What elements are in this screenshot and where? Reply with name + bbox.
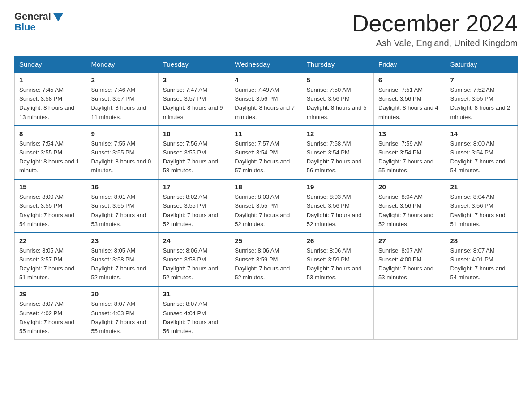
sunrise-label: Sunrise: 7:45 AM (19, 86, 64, 93)
sunset-label: Sunset: 3:57 PM (19, 256, 62, 263)
day-number: 16 (91, 183, 153, 191)
sunrise-label: Sunrise: 7:52 AM (450, 86, 495, 93)
daylight-label: Daylight: 7 hours and 53 minutes. (378, 265, 433, 281)
sunset-label: Sunset: 3:55 PM (235, 202, 278, 209)
day-number: 14 (450, 130, 513, 137)
calendar-day-cell: 16 Sunrise: 8:01 AM Sunset: 3:55 PM Dayl… (86, 179, 158, 233)
sunrise-label: Sunrise: 7:58 AM (307, 140, 351, 147)
day-number: 28 (450, 237, 513, 244)
header-thursday: Thursday (302, 57, 373, 73)
calendar-week-row: 8 Sunrise: 7:54 AM Sunset: 3:55 PM Dayli… (15, 126, 518, 180)
day-number: 23 (91, 237, 153, 244)
day-info: Sunrise: 7:51 AM Sunset: 3:56 PM Dayligh… (378, 86, 441, 122)
calendar-day-cell: 19 Sunrise: 8:03 AM Sunset: 3:56 PM Dayl… (302, 179, 373, 233)
header-monday: Monday (86, 57, 158, 73)
calendar-day-cell: 25 Sunrise: 8:06 AM Sunset: 3:59 PM Dayl… (230, 233, 302, 287)
daylight-label: Daylight: 7 hours and 57 minutes. (235, 158, 290, 174)
daylight-label: Daylight: 7 hours and 51 minutes. (450, 212, 506, 227)
daylight-label: Daylight: 7 hours and 52 minutes. (163, 265, 218, 281)
sunrise-label: Sunrise: 8:03 AM (235, 193, 279, 200)
day-info: Sunrise: 7:49 AM Sunset: 3:56 PM Dayligh… (235, 86, 297, 122)
day-info: Sunrise: 8:06 AM Sunset: 3:59 PM Dayligh… (307, 246, 369, 283)
calendar-day-cell: 11 Sunrise: 7:57 AM Sunset: 3:54 PM Dayl… (230, 126, 302, 180)
sunset-label: Sunset: 3:56 PM (235, 95, 278, 102)
day-number: 30 (91, 290, 153, 298)
sunrise-label: Sunrise: 8:05 AM (91, 247, 135, 254)
day-info: Sunrise: 8:01 AM Sunset: 3:55 PM Dayligh… (91, 193, 153, 229)
day-info: Sunrise: 7:52 AM Sunset: 3:55 PM Dayligh… (450, 86, 513, 122)
sunset-label: Sunset: 4:00 PM (378, 256, 421, 263)
day-info: Sunrise: 7:57 AM Sunset: 3:54 PM Dayligh… (235, 139, 297, 176)
day-number: 17 (163, 183, 225, 191)
day-number: 9 (91, 130, 153, 137)
day-info: Sunrise: 7:58 AM Sunset: 3:54 PM Dayligh… (307, 139, 369, 176)
sunset-label: Sunset: 3:56 PM (307, 95, 350, 102)
calendar-day-cell: 14 Sunrise: 8:00 AM Sunset: 3:54 PM Dayl… (446, 126, 517, 180)
day-number: 8 (19, 130, 82, 137)
daylight-label: Daylight: 8 hours and 4 minutes. (378, 104, 438, 120)
calendar-day-cell: 27 Sunrise: 8:07 AM Sunset: 4:00 PM Dayl… (374, 233, 446, 287)
header-wednesday: Wednesday (230, 57, 302, 73)
daylight-label: Daylight: 7 hours and 51 minutes. (19, 265, 74, 281)
sunset-label: Sunset: 3:54 PM (378, 149, 421, 156)
day-info: Sunrise: 7:47 AM Sunset: 3:57 PM Dayligh… (163, 86, 225, 122)
sunset-label: Sunset: 3:55 PM (91, 149, 134, 156)
logo-blue-text: Blue (14, 21, 36, 33)
daylight-label: Daylight: 7 hours and 58 minutes. (163, 158, 218, 174)
daylight-label: Daylight: 8 hours and 7 minutes. (235, 104, 295, 120)
day-info: Sunrise: 7:50 AM Sunset: 3:56 PM Dayligh… (307, 86, 369, 122)
daylight-label: Daylight: 8 hours and 2 minutes. (450, 104, 511, 120)
day-number: 26 (307, 237, 369, 244)
calendar-day-cell: 28 Sunrise: 8:07 AM Sunset: 4:01 PM Dayl… (446, 233, 517, 287)
sunrise-label: Sunrise: 7:49 AM (235, 86, 279, 93)
calendar-day-cell: 31 Sunrise: 8:07 AM Sunset: 4:04 PM Dayl… (158, 286, 230, 339)
calendar-day-cell: 26 Sunrise: 8:06 AM Sunset: 3:59 PM Dayl… (302, 233, 373, 287)
daylight-label: Daylight: 7 hours and 52 minutes. (91, 265, 146, 281)
daylight-label: Daylight: 7 hours and 52 minutes. (235, 212, 290, 227)
day-info: Sunrise: 8:02 AM Sunset: 3:55 PM Dayligh… (163, 193, 225, 229)
day-number: 2 (91, 76, 153, 84)
sunrise-label: Sunrise: 8:04 AM (378, 193, 423, 200)
day-number: 10 (163, 130, 225, 137)
calendar-day-cell: 24 Sunrise: 8:06 AM Sunset: 3:58 PM Dayl… (158, 233, 230, 287)
sunrise-label: Sunrise: 8:05 AM (19, 247, 64, 254)
daylight-label: Daylight: 7 hours and 54 minutes. (450, 158, 506, 174)
sunrise-label: Sunrise: 8:07 AM (163, 300, 207, 307)
calendar-day-cell (302, 286, 373, 339)
calendar-day-cell: 15 Sunrise: 8:00 AM Sunset: 3:55 PM Dayl… (15, 179, 86, 233)
sunset-label: Sunset: 3:57 PM (163, 95, 206, 102)
day-info: Sunrise: 7:46 AM Sunset: 3:57 PM Dayligh… (91, 86, 153, 122)
sunrise-label: Sunrise: 7:54 AM (19, 140, 64, 147)
sunrise-label: Sunrise: 8:07 AM (450, 247, 495, 254)
sunset-label: Sunset: 3:56 PM (378, 202, 421, 209)
day-number: 20 (378, 183, 441, 191)
sunrise-label: Sunrise: 8:03 AM (307, 193, 351, 200)
day-number: 7 (450, 76, 513, 84)
day-info: Sunrise: 8:07 AM Sunset: 4:03 PM Dayligh… (91, 300, 153, 336)
sunset-label: Sunset: 4:01 PM (450, 256, 493, 263)
day-number: 21 (450, 183, 513, 191)
calendar-day-cell (374, 286, 446, 339)
daylight-label: Daylight: 8 hours and 9 minutes. (163, 104, 223, 120)
weekday-header-row: Sunday Monday Tuesday Wednesday Thursday… (15, 57, 518, 73)
sunset-label: Sunset: 3:55 PM (163, 149, 206, 156)
daylight-label: Daylight: 7 hours and 52 minutes. (378, 212, 433, 227)
logo-triangle-icon (53, 13, 64, 21)
calendar-day-cell (446, 286, 517, 339)
calendar-day-cell: 30 Sunrise: 8:07 AM Sunset: 4:03 PM Dayl… (86, 286, 158, 339)
day-info: Sunrise: 8:06 AM Sunset: 3:59 PM Dayligh… (235, 246, 297, 283)
daylight-label: Daylight: 8 hours and 5 minutes. (307, 104, 367, 120)
daylight-label: Daylight: 8 hours and 13 minutes. (19, 104, 74, 120)
day-number: 19 (307, 183, 369, 191)
sunset-label: Sunset: 3:58 PM (19, 95, 62, 102)
sunset-label: Sunset: 4:03 PM (91, 310, 134, 317)
daylight-label: Daylight: 7 hours and 53 minutes. (91, 212, 146, 227)
logo-general-text: General (14, 11, 51, 22)
calendar-day-cell: 4 Sunrise: 7:49 AM Sunset: 3:56 PM Dayli… (230, 72, 302, 126)
day-number: 13 (378, 130, 441, 137)
day-number: 25 (235, 237, 297, 244)
calendar-day-cell: 22 Sunrise: 8:05 AM Sunset: 3:57 PM Dayl… (15, 233, 86, 287)
sunrise-label: Sunrise: 8:07 AM (91, 300, 135, 307)
day-number: 18 (235, 183, 297, 191)
calendar-day-cell: 17 Sunrise: 8:02 AM Sunset: 3:55 PM Dayl… (158, 179, 230, 233)
